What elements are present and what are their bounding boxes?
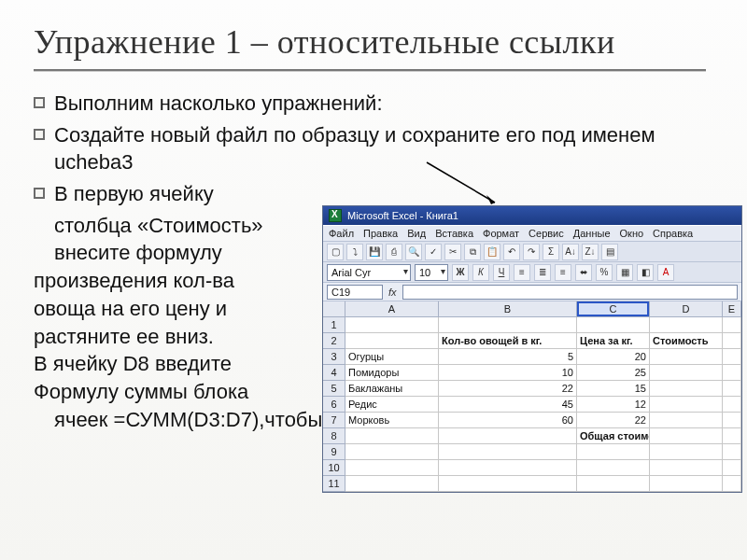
cell[interactable]	[650, 397, 723, 413]
open-icon[interactable]: ⤵	[346, 244, 363, 260]
cell[interactable]	[577, 460, 650, 476]
cell[interactable]	[723, 365, 741, 381]
borders-icon[interactable]: ▦	[616, 264, 633, 281]
cell[interactable]	[439, 460, 577, 476]
sum-icon[interactable]: Σ	[543, 244, 559, 260]
row-header[interactable]: 9	[323, 444, 345, 460]
print-icon[interactable]: ⎙	[386, 244, 402, 260]
row-header[interactable]: 4	[323, 365, 345, 381]
fx-icon[interactable]: fx	[388, 287, 397, 298]
copy-icon[interactable]: ⧉	[464, 244, 481, 260]
cell[interactable]	[723, 349, 741, 365]
menu-help[interactable]: Справка	[653, 228, 693, 239]
cell[interactable]	[650, 413, 723, 428]
paste-icon[interactable]: 📋	[484, 244, 500, 260]
sort-asc-icon[interactable]: A↓	[562, 244, 579, 260]
cell[interactable]	[650, 460, 723, 476]
col-header-c[interactable]: C	[577, 301, 650, 317]
merge-icon[interactable]: ⬌	[575, 264, 592, 281]
cell[interactable]: Кол-во овощей в кг.	[439, 333, 577, 349]
row-header[interactable]: 10	[323, 460, 345, 476]
cell[interactable]	[650, 381, 723, 397]
cell[interactable]	[723, 333, 741, 349]
redo-icon[interactable]: ↷	[523, 244, 540, 260]
cell[interactable]: 60	[439, 413, 577, 428]
row-header[interactable]: 6	[323, 397, 345, 413]
undo-icon[interactable]: ↶	[503, 244, 520, 260]
cell[interactable]	[345, 460, 439, 476]
col-header-b[interactable]: B	[439, 301, 577, 317]
italic-icon[interactable]: К	[472, 264, 489, 281]
menu-data[interactable]: Данные	[573, 228, 611, 239]
cell[interactable]	[650, 365, 723, 381]
cell[interactable]	[650, 476, 723, 492]
align-left-icon[interactable]: ≡	[514, 264, 530, 281]
cell[interactable]	[577, 444, 650, 460]
cell[interactable]	[577, 476, 650, 492]
cell[interactable]	[723, 460, 741, 476]
align-center-icon[interactable]: ≣	[534, 264, 551, 281]
cell[interactable]	[650, 317, 723, 333]
menu-edit[interactable]: Правка	[363, 228, 398, 239]
fill-color-icon[interactable]: ◧	[637, 264, 654, 281]
cell[interactable]: 10	[439, 365, 577, 381]
cell[interactable]: 15	[577, 381, 650, 397]
cell[interactable]: 45	[439, 397, 577, 413]
cell[interactable]	[345, 476, 439, 492]
formula-input[interactable]	[402, 285, 738, 300]
cell[interactable]: 12	[577, 397, 650, 413]
cell[interactable]: 22	[439, 381, 577, 397]
cell[interactable]	[723, 428, 741, 444]
bold-icon[interactable]: Ж	[452, 264, 469, 281]
row-header[interactable]: 8	[323, 428, 345, 444]
cell[interactable]	[577, 317, 650, 333]
cell[interactable]	[723, 413, 741, 428]
select-all-corner[interactable]	[323, 301, 345, 317]
cell[interactable]	[723, 381, 741, 397]
cell[interactable]	[345, 317, 439, 333]
row-header[interactable]: 5	[323, 381, 345, 397]
row-header[interactable]: 3	[323, 349, 345, 365]
menu-file[interactable]: Файл	[329, 228, 354, 239]
col-header-e[interactable]: E	[723, 301, 741, 317]
cell[interactable]	[723, 476, 741, 492]
col-header-a[interactable]: A	[345, 301, 439, 317]
cell[interactable]	[439, 444, 577, 460]
menu-window[interactable]: Окно	[620, 228, 644, 239]
cut-icon[interactable]: ✂	[444, 244, 461, 260]
cell[interactable]	[650, 428, 723, 444]
cell[interactable]	[439, 428, 577, 444]
cell[interactable]: Морковь	[345, 413, 439, 428]
menu-view[interactable]: Вид	[407, 228, 426, 239]
new-icon[interactable]: ▢	[327, 244, 344, 260]
save-icon[interactable]: 💾	[366, 244, 383, 260]
menu-format[interactable]: Формат	[483, 228, 519, 239]
col-header-d[interactable]: D	[650, 301, 723, 317]
sort-desc-icon[interactable]: Z↓	[582, 244, 599, 260]
currency-icon[interactable]: %	[596, 264, 613, 281]
cell[interactable]: 5	[439, 349, 577, 365]
cell[interactable]	[345, 428, 439, 444]
cell[interactable]: Общая стоимость	[577, 428, 650, 444]
cell[interactable]: Редис	[345, 397, 439, 413]
font-size-combo[interactable]: 10	[415, 264, 448, 281]
underline-icon[interactable]: Ч	[493, 264, 510, 281]
cell[interactable]	[439, 476, 577, 492]
excel-grid[interactable]: A B C D E 12Кол-во овощей в кг.Цена за к…	[323, 301, 741, 492]
cell[interactable]	[723, 317, 741, 333]
align-right-icon[interactable]: ≡	[555, 264, 571, 281]
cell[interactable]	[723, 397, 741, 413]
row-header[interactable]: 2	[323, 333, 345, 349]
cell[interactable]	[439, 317, 577, 333]
row-header[interactable]: 1	[323, 317, 345, 333]
name-box[interactable]: C19	[327, 285, 383, 300]
font-color-icon[interactable]: A	[657, 264, 674, 281]
cell[interactable]: 22	[577, 413, 650, 428]
cell[interactable]: Огурцы	[345, 349, 439, 365]
cell[interactable]: Стоимость	[650, 333, 723, 349]
menu-insert[interactable]: Вставка	[435, 228, 473, 239]
cell[interactable]	[723, 444, 741, 460]
preview-icon[interactable]: 🔍	[405, 244, 422, 260]
cell[interactable]: Помидоры	[345, 365, 439, 381]
cell[interactable]: 20	[577, 349, 650, 365]
